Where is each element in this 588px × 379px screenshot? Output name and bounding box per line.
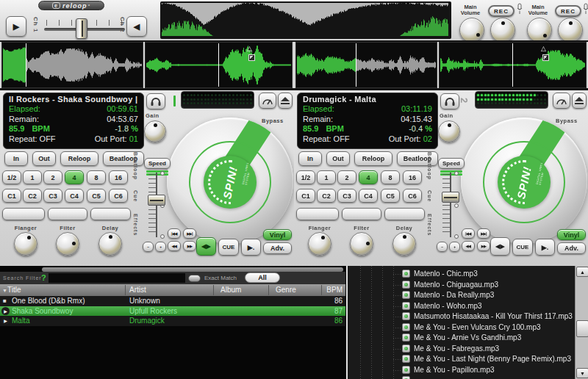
deck-b-cue-6-button[interactable]: C6 [403, 189, 422, 203]
deck-b-pitch-fader-handle[interactable] [442, 192, 459, 203]
deck-b-skip-back-button[interactable]: |◀◀ [462, 228, 475, 239]
deck-a-cue-5-button[interactable]: C5 [87, 189, 106, 203]
deck-b-reloop-button[interactable]: Reloop [354, 151, 392, 166]
deck-a-skip-forward-button[interactable]: ▶▶| [183, 228, 196, 239]
deck-b-speed-button[interactable]: Speed [438, 158, 465, 169]
deck-b-play-pause-button[interactable]: ◀▶ [490, 237, 510, 256]
scrollbar-thumb[interactable] [576, 320, 588, 337]
deck-b-cue-button[interactable]: CUE [512, 239, 533, 256]
deck-a-cue-4-button[interactable]: C4 [65, 189, 84, 203]
deck-b-cue-5-button[interactable]: C5 [381, 189, 400, 203]
search-help-icon[interactable]: ? [41, 273, 46, 282]
deck-b-fx-slot-1-button[interactable] [296, 208, 339, 220]
rec-2-knob[interactable] [558, 18, 583, 43]
deck-a-fx-slot-3-button[interactable] [90, 208, 131, 220]
deck-a-skip-back-button[interactable]: |◀◀ [168, 228, 181, 239]
deck-a-flanger-knob[interactable] [14, 232, 37, 256]
deck-b-gain-knob[interactable] [438, 120, 460, 142]
deck-b-delay-knob[interactable] [392, 232, 416, 256]
file-item-partial[interactable] [348, 375, 572, 379]
deck-b-fx-slot-3-button[interactable] [384, 208, 425, 220]
deck-b-seek-forward-button[interactable]: ▶▶ [477, 241, 490, 251]
deck-a-headphone-button[interactable] [146, 93, 165, 109]
deck-a-seek-back-button[interactable]: ◀◀ [168, 241, 181, 251]
scroll-down-button[interactable]: ▼ [576, 368, 588, 378]
deck-a-advanced-button[interactable]: Adv. [263, 242, 292, 254]
column-bpm[interactable]: BPM [326, 286, 343, 294]
deck-a-pitch-fader[interactable] [147, 173, 168, 237]
deck-b-filter-knob[interactable] [350, 232, 373, 256]
file-item[interactable]: Me & You - Arnie Vs Gandhi.mp3 [348, 333, 572, 344]
deck-b-zoom-waveform[interactable] [440, 43, 586, 87]
deck-a-loop-4-button[interactable]: 4 [65, 170, 84, 184]
global-overview-waveform[interactable] [162, 3, 448, 36]
deck-b-jog-wheel[interactable]: SPIN! DIGITAL VINYL SYSTEM [461, 118, 587, 244]
deck-b-loop-8-button[interactable]: 8 [381, 170, 400, 184]
rec-2-button[interactable]: REC [555, 5, 581, 17]
deck-a-loop-1-button[interactable]: 1 [23, 170, 42, 184]
main-volume-1-knob[interactable] [459, 18, 484, 43]
column-artist[interactable]: Artist [129, 286, 146, 294]
deck-b-loop-4-button[interactable]: 4 [359, 170, 378, 184]
file-item[interactable]: Me & You - Even Vulcans Cry 100.mp3 [348, 322, 572, 333]
deck-a-fx-slot-1-button[interactable] [2, 208, 45, 220]
browser-vertical-scrollbar[interactable]: ▲ ▼ [575, 266, 588, 379]
file-item[interactable]: Matenlo - Da Really.mp3 [348, 290, 572, 301]
deck-a-loop-out-button[interactable]: Out [32, 151, 56, 166]
deck-b-eject-button[interactable] [572, 93, 587, 109]
file-item[interactable]: Matenlo - Chic.mp3 [348, 269, 572, 280]
deck-a-play-button[interactable]: ▶. [241, 239, 261, 256]
deck-b-pitch-fader[interactable] [441, 173, 462, 237]
deck-a-speed-button[interactable]: Speed [144, 158, 171, 169]
deck-a-reloop-button[interactable]: Reloop [60, 151, 98, 166]
deck-a-zoom-waveform[interactable] [146, 43, 292, 87]
deck-a-jog-wheel[interactable]: SPIN! DIGITAL VINYL SYSTEM [167, 118, 293, 244]
deck-b-cue-3-button[interactable]: C3 [337, 189, 356, 203]
playlist-row-shaka-soundbwoy-selected[interactable]: ▶ Shaka Soundbwoy Upfull Rockers 87 [0, 306, 345, 317]
deck-a-loop-in-button[interactable]: In [4, 151, 28, 166]
deck-a-eject-button[interactable] [278, 93, 293, 109]
column-title[interactable]: ▼Title [2, 286, 21, 294]
deck-b-pitch-plus-button[interactable]: + [449, 242, 460, 252]
deck-b-vinyl-button[interactable]: Vinyl [557, 229, 586, 240]
all-filter-button[interactable]: All [245, 272, 280, 283]
deck-a-vinyl-button[interactable]: Vinyl [263, 229, 292, 240]
fader-start-left-button[interactable]: ▶ [6, 16, 26, 37]
file-item[interactable]: Me & You - Last Night (Benny Page Remix)… [348, 354, 572, 365]
fader-start-right-button[interactable]: ◀ [126, 16, 147, 37]
deck-b-loop-16-button[interactable]: 16 [403, 170, 422, 184]
deck-b-advanced-button[interactable]: Adv. [557, 242, 586, 254]
deck-a-track-overview-waveform[interactable] [2, 43, 143, 87]
crossfader-handle[interactable] [76, 18, 87, 39]
deck-a-fx-slot-2-button[interactable] [48, 208, 87, 220]
deck-a-pitch-bend-button[interactable] [259, 93, 276, 109]
deck-b-loop-out-button[interactable]: Out [326, 151, 350, 166]
scroll-up-button[interactable]: ▲ [576, 267, 588, 277]
column-album[interactable]: Album [220, 286, 241, 294]
deck-a-cue-button[interactable]: CUE [218, 239, 239, 256]
deck-a-pitch-minus-button[interactable]: − [143, 242, 154, 252]
deck-a-pitch-plus-button[interactable]: + [155, 242, 166, 252]
deck-a-cue-1-button[interactable]: C1 [2, 189, 21, 203]
deck-b-play-button[interactable]: ▶. [535, 239, 555, 256]
deck-a-loop-half-button[interactable]: 1/2 [2, 170, 21, 184]
deck-a-cue-2-button[interactable]: C2 [23, 189, 42, 203]
deck-b-skip-forward-button[interactable]: ▶▶| [477, 228, 490, 239]
deck-a-loop-16-button[interactable]: 16 [109, 170, 128, 184]
deck-a-loop-8-button[interactable]: 8 [87, 170, 106, 184]
deck-a-pitch-fader-handle[interactable] [148, 195, 165, 206]
file-item[interactable]: Me & You - Fabregas.mp3 [348, 344, 572, 355]
exact-match-toggle[interactable] [188, 275, 201, 282]
deck-a-delay-knob[interactable] [98, 232, 122, 256]
file-item[interactable]: Matenlo - Woho.mp3 [348, 301, 572, 312]
deck-b-cue-1-button[interactable]: C1 [296, 189, 315, 203]
column-genre[interactable]: Genre [276, 286, 296, 294]
deck-a-play-pause-button[interactable]: ◀▶ [196, 237, 216, 256]
deck-b-track-overview-waveform[interactable] [296, 43, 437, 87]
deck-a-seek-forward-button[interactable]: ▶▶ [183, 241, 196, 251]
deck-b-loop-2-button[interactable]: 2 [337, 170, 356, 184]
file-item[interactable]: Me & You - Papillon.mp3 [348, 365, 572, 376]
deck-a-cue-3-button[interactable]: C3 [43, 189, 62, 203]
rec-1-knob[interactable] [490, 18, 515, 43]
deck-a-filter-knob[interactable] [56, 232, 79, 256]
